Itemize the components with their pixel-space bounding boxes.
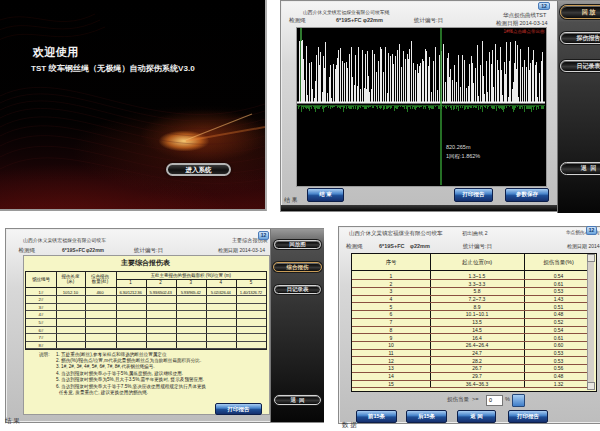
svg-text:1回程:1.862%: 1回程:1.862% — [446, 152, 480, 159]
svg-text:1#绳点击峰点带出曲线: 1#绳点击峰点带出曲线 — [503, 28, 545, 34]
svg-text:820.265m: 820.265m — [446, 144, 471, 150]
